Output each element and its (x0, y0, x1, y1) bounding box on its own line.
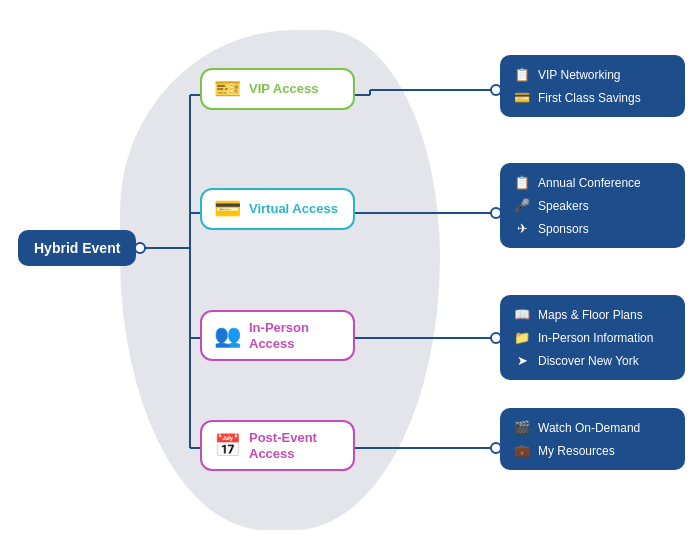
postevent-item-2-label: My Resources (538, 444, 615, 458)
postevent-access-node[interactable]: 📅 Post-EventAccess (200, 420, 355, 471)
virtual-item-1-label: Annual Conference (538, 176, 641, 190)
vip-detail-panel: 📋 VIP Networking 💳 First Class Savings (500, 55, 685, 117)
inperson-label: In-PersonAccess (249, 320, 309, 351)
inperson-item-2-icon: 📁 (514, 330, 530, 345)
postevent-item-2[interactable]: 💼 My Resources (514, 439, 671, 462)
postevent-item-1-label: Watch On-Demand (538, 421, 640, 435)
vip-item-2[interactable]: 💳 First Class Savings (514, 86, 671, 109)
inperson-item-2[interactable]: 📁 In-Person Information (514, 326, 671, 349)
virtual-item-3-icon: ✈ (514, 221, 530, 236)
postevent-icon: 📅 (214, 435, 241, 457)
virtual-label: Virtual Access (249, 201, 338, 217)
root-label: Hybrid Event (34, 240, 120, 256)
inperson-item-1-label: Maps & Floor Plans (538, 308, 643, 322)
vip-item-1-icon: 📋 (514, 67, 530, 82)
inperson-item-3-label: Discover New York (538, 354, 639, 368)
virtual-icon: 💳 (214, 198, 241, 220)
postevent-detail-panel: 🎬 Watch On-Demand 💼 My Resources (500, 408, 685, 470)
inperson-item-1[interactable]: 📖 Maps & Floor Plans (514, 303, 671, 326)
postevent-item-2-icon: 💼 (514, 443, 530, 458)
virtual-item-3[interactable]: ✈ Sponsors (514, 217, 671, 240)
virtual-item-2[interactable]: 🎤 Speakers (514, 194, 671, 217)
inperson-access-node[interactable]: 👥 In-PersonAccess (200, 310, 355, 361)
virtual-item-2-label: Speakers (538, 199, 589, 213)
postevent-item-1-icon: 🎬 (514, 420, 530, 435)
vip-item-2-label: First Class Savings (538, 91, 641, 105)
inperson-item-3[interactable]: ➤ Discover New York (514, 349, 671, 372)
vip-label: VIP Access (249, 81, 318, 97)
virtual-detail-panel: 📋 Annual Conference 🎤 Speakers ✈ Sponsor… (500, 163, 685, 248)
virtual-item-2-icon: 🎤 (514, 198, 530, 213)
canvas: Hybrid Event 🎫 VIP Access 💳 Virtual Acce… (0, 0, 700, 560)
vip-item-1[interactable]: 📋 VIP Networking (514, 63, 671, 86)
inperson-item-2-label: In-Person Information (538, 331, 653, 345)
virtual-item-1-icon: 📋 (514, 175, 530, 190)
virtual-access-node[interactable]: 💳 Virtual Access (200, 188, 355, 230)
vip-icon: 🎫 (214, 78, 241, 100)
vip-item-1-label: VIP Networking (538, 68, 620, 82)
inperson-item-1-icon: 📖 (514, 307, 530, 322)
root-node: Hybrid Event (18, 230, 136, 266)
virtual-item-3-label: Sponsors (538, 222, 589, 236)
inperson-item-3-icon: ➤ (514, 353, 530, 368)
inperson-detail-panel: 📖 Maps & Floor Plans 📁 In-Person Informa… (500, 295, 685, 380)
vip-access-node[interactable]: 🎫 VIP Access (200, 68, 355, 110)
virtual-item-1[interactable]: 📋 Annual Conference (514, 171, 671, 194)
inperson-icon: 👥 (214, 325, 241, 347)
postevent-label: Post-EventAccess (249, 430, 317, 461)
vip-item-2-icon: 💳 (514, 90, 530, 105)
postevent-item-1[interactable]: 🎬 Watch On-Demand (514, 416, 671, 439)
